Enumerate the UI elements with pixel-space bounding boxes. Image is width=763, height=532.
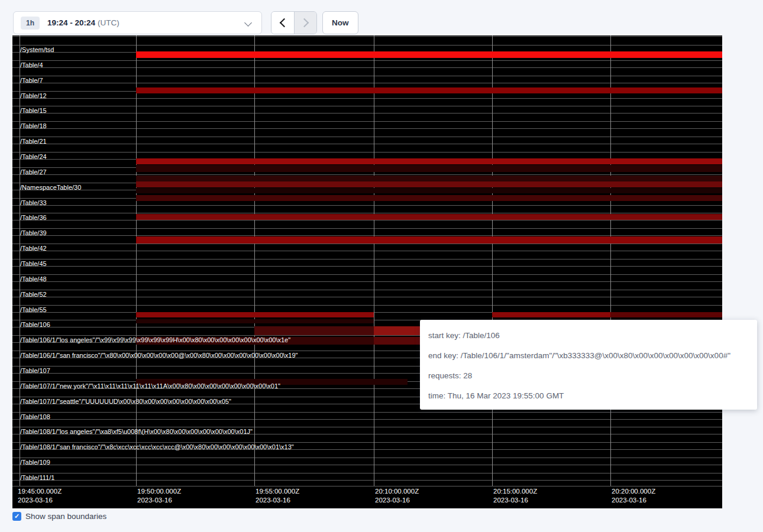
row-label: /Table/108/1/"los angeles"/"\xa8\xf5\u00… xyxy=(20,428,253,435)
row-label: /NamespaceTable/30 xyxy=(20,184,81,191)
heat-band xyxy=(374,326,420,335)
chevron-left-icon xyxy=(279,18,289,28)
heat-band xyxy=(136,87,722,93)
row-label: /Table/39 xyxy=(20,229,47,236)
span-boundary-line xyxy=(12,137,722,137)
time-range-dropdown[interactable]: 1h 19:24 - 20:24(UTC) xyxy=(13,11,262,34)
row-label: /Table/106 xyxy=(20,321,50,328)
span-boundary-line xyxy=(12,297,722,297)
heat-band xyxy=(136,312,374,317)
heat-band xyxy=(136,195,722,201)
span-boundary-line xyxy=(12,36,722,37)
row-label: /Table/111/1 xyxy=(20,474,54,481)
span-boundary-line xyxy=(12,144,722,144)
time-range-label: 19:24 - 20:24(UTC) xyxy=(47,18,119,27)
span-boundary-line xyxy=(12,281,722,282)
span-boundary-line xyxy=(12,205,722,206)
row-label: /Table/24 xyxy=(20,153,47,160)
row-label: /Table/109 xyxy=(20,459,50,466)
heat-band xyxy=(136,214,722,220)
axis-tick-time: 19:45:00.000Z xyxy=(18,487,62,496)
tooltip-end-key: end key: /Table/106/1/"amsterdam"/"\xb33… xyxy=(428,346,749,366)
span-boundary-line xyxy=(12,427,722,427)
heat-band xyxy=(254,326,374,335)
span-boundary-line xyxy=(12,128,722,129)
row-label: /Table/107/1/"seattle"/"UUUUUUD\x00\x80\… xyxy=(20,398,231,405)
heat-band xyxy=(136,158,722,164)
span-boundary-line xyxy=(12,290,722,290)
span-boundary-line xyxy=(12,305,722,306)
span-boundary-line xyxy=(12,113,722,113)
time-bucket-line xyxy=(374,35,374,486)
span-boundary-line xyxy=(12,83,722,83)
heat-band xyxy=(136,165,722,172)
time-bucket-line xyxy=(136,35,137,486)
row-label: /Table/42 xyxy=(20,245,47,252)
now-button[interactable]: Now xyxy=(322,11,358,34)
span-boundary-line xyxy=(12,465,722,465)
axis-tick-date: 2023-03-16 xyxy=(493,496,537,505)
heat-band xyxy=(136,176,722,181)
span-boundary-line xyxy=(12,419,722,420)
row-label: /Table/107/1/"new york"/"\x11\x11\x11\x1… xyxy=(20,382,280,390)
axis-tick: 19:45:00.000Z2023-03-16 xyxy=(18,487,62,505)
time-range-badge: 1h xyxy=(21,17,40,30)
span-boundary-line xyxy=(12,174,722,175)
row-label: /Table/106/1/"san francisco"/"\x80\x00\x… xyxy=(20,352,298,359)
axis-tick-time: 20:20:00.000Z xyxy=(612,487,655,496)
heat-band xyxy=(136,319,374,323)
span-tooltip: start key: /Table/106 end key: /Table/10… xyxy=(420,320,757,410)
heat-band xyxy=(492,312,610,317)
axis-tick: 20:20:00.000Z2023-03-16 xyxy=(612,487,655,505)
row-label: /Table/15 xyxy=(20,107,47,114)
prev-window-button[interactable] xyxy=(271,12,294,34)
span-boundary-line xyxy=(12,458,722,458)
axis-tick: 19:55:00.000Z2023-03-16 xyxy=(256,487,299,505)
footer: ✓ Show span boundaries xyxy=(12,512,106,521)
row-label: /Table/18 xyxy=(20,122,47,129)
span-boundary-line xyxy=(12,121,722,122)
row-label: /Table/4 xyxy=(20,61,43,69)
span-boundary-line xyxy=(12,412,722,413)
heat-band xyxy=(136,51,722,58)
axis-tick-time: 19:55:00.000Z xyxy=(256,487,299,496)
heat-band xyxy=(374,337,420,345)
span-boundary-line xyxy=(12,76,722,76)
span-boundary-line xyxy=(12,228,722,229)
row-label: /Table/108/1/"san francisco"/"\x8c\xcc\x… xyxy=(20,443,294,450)
row-label: /Table/48 xyxy=(20,275,47,283)
show-span-boundaries-checkbox[interactable]: ✓ xyxy=(12,512,21,521)
span-boundary-line xyxy=(12,244,722,244)
span-boundary-line xyxy=(12,251,722,251)
row-label: /Table/12 xyxy=(20,92,47,99)
span-boundary-line xyxy=(12,259,722,259)
tooltip-time: time: Thu, 16 Mar 2023 19:55:00 GMT xyxy=(428,386,749,406)
keyvis-canvas[interactable]: /System/tsd/Table/4/Table/7/Table/12/Tab… xyxy=(12,35,722,508)
time-bucket-line xyxy=(254,35,255,486)
row-label: /Table/7 xyxy=(20,77,43,84)
time-range-utc-suffix: (UTC) xyxy=(98,18,119,27)
axis-tick-date: 2023-03-16 xyxy=(137,496,181,505)
chevron-down-icon xyxy=(244,19,252,27)
axis-tick: 20:15:00.000Z2023-03-16 xyxy=(493,487,537,505)
row-label: /Table/21 xyxy=(20,138,47,145)
row-label: /Table/55 xyxy=(20,306,47,313)
row-label: /Table/107 xyxy=(20,367,50,374)
time-bucket-line xyxy=(610,35,611,486)
chevron-right-icon xyxy=(300,18,309,28)
row-label: /Table/108 xyxy=(20,413,50,420)
row-label: /Table/36 xyxy=(20,214,47,221)
axis-tick-time: 20:10:00.000Z xyxy=(375,487,419,496)
next-window-button[interactable] xyxy=(294,12,316,34)
heat-band xyxy=(136,188,722,193)
span-boundary-line xyxy=(12,480,722,481)
heat-band xyxy=(136,181,722,187)
row-label: /Table/106/1/"los angeles"/"\x99\x99\x99… xyxy=(20,336,290,343)
row-label: /Table/45 xyxy=(20,260,47,267)
axis-tick: 20:10:00.000Z2023-03-16 xyxy=(375,487,419,505)
row-label: /System/tsd xyxy=(20,46,54,53)
axis-tick-date: 2023-03-16 xyxy=(18,496,62,505)
axis-tick: 19:50:00.000Z2023-03-16 xyxy=(137,487,181,505)
time-window-nav xyxy=(271,11,317,34)
row-label: /Table/27 xyxy=(20,168,47,176)
